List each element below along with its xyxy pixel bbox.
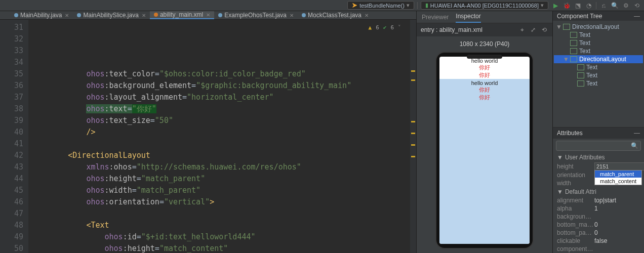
suggest-item[interactable]: match_content bbox=[595, 178, 641, 185]
attr-row[interactable]: background… bbox=[553, 213, 644, 221]
expand-icon[interactable] bbox=[570, 64, 575, 71]
expand-icon[interactable]: ▼ bbox=[556, 23, 561, 30]
file-icon bbox=[77, 13, 81, 17]
chevron-down-icon: ˅ bbox=[398, 22, 401, 33]
attr-value: false bbox=[594, 237, 640, 244]
tree-node-label: Text bbox=[579, 48, 590, 55]
tab-inspector[interactable]: Inspector bbox=[456, 13, 480, 23]
preview-block-2: hello world 你好 你好 bbox=[439, 79, 530, 244]
attr-value: 1 bbox=[594, 205, 640, 212]
code[interactable]: ▲6 ✔6 ˅ ohos:text_color="$ohos:color:id_… bbox=[28, 20, 416, 253]
right-panel: Component Tree — ▼DirectionalLayout Text… bbox=[553, 11, 644, 253]
group-user[interactable]: ▼User Attributes bbox=[553, 153, 644, 162]
suggest-item[interactable]: match_parent bbox=[595, 171, 641, 178]
tab-previewer[interactable]: Previewer bbox=[422, 14, 449, 23]
settings-button[interactable]: ⚙ bbox=[622, 2, 630, 10]
coverage-button[interactable]: ⬔ bbox=[574, 2, 582, 10]
tree-node[interactable]: Text bbox=[554, 39, 643, 47]
expand-icon[interactable]: ▼ bbox=[563, 56, 568, 63]
refresh-icon[interactable]: ⟲ bbox=[540, 26, 548, 34]
marker-bar[interactable] bbox=[410, 20, 416, 253]
close-icon[interactable]: ✕ bbox=[290, 13, 294, 18]
tree-node[interactable]: Text bbox=[554, 63, 643, 71]
attr-row[interactable]: heightmatch_parentmatch_content bbox=[553, 162, 644, 171]
group-default[interactable]: ▼Default Attri bbox=[553, 187, 644, 196]
tree-node[interactable]: Text bbox=[554, 79, 643, 88]
phone-icon: ▮ bbox=[425, 2, 428, 9]
debug-button[interactable]: 🐞 bbox=[562, 2, 571, 10]
attributes-search-input[interactable] bbox=[558, 143, 631, 149]
attr-value-input[interactable] bbox=[594, 162, 644, 171]
inspection-bar[interactable]: ▲6 ✔6 ˅ bbox=[369, 22, 401, 33]
run-configuration[interactable]: ⮞ testBundleName() ▾ bbox=[347, 1, 414, 10]
expand-icon[interactable] bbox=[563, 31, 568, 38]
expand-icon[interactable] bbox=[563, 39, 568, 47]
preview-dimensions: 1080 x 2340 (P40) bbox=[460, 40, 510, 48]
tree-node-label: Text bbox=[586, 64, 597, 71]
tree-node[interactable]: ▼DirectionalLayout bbox=[554, 23, 643, 31]
close-icon[interactable]: ✕ bbox=[142, 13, 146, 18]
code-completion[interactable]: match_parentmatch_content bbox=[594, 170, 642, 185]
search-button[interactable]: 🔍 bbox=[611, 2, 619, 10]
run-button[interactable]: ▶ bbox=[551, 2, 559, 10]
attr-row[interactable]: bottom_pad…0 bbox=[553, 229, 644, 237]
locate-icon[interactable]: ⌖ bbox=[518, 26, 526, 34]
attr-key: bottom_pad… bbox=[557, 229, 594, 236]
profile-button[interactable]: ◔ bbox=[585, 2, 593, 10]
editor-tab[interactable]: MainAbility.java✕ bbox=[10, 11, 73, 19]
tab-label: ExampleOhosTest.java bbox=[224, 12, 287, 19]
editor-tab[interactable]: ExampleOhosTest.java✕ bbox=[214, 11, 298, 19]
expand-icon[interactable] bbox=[570, 72, 575, 79]
preview-text: hello world bbox=[439, 80, 530, 86]
tab-label: ability_main.xml bbox=[160, 11, 203, 18]
chevron-down-icon: ▼ bbox=[557, 154, 563, 161]
component-tree[interactable]: ▼DirectionalLayout Text Text Text▼Direct… bbox=[553, 21, 644, 127]
device-selector[interactable]: ▮ HUAWEI ANA-AN00 [EDG0119C11000068] ▾ bbox=[421, 1, 548, 10]
component-icon bbox=[577, 80, 584, 87]
editor-tab[interactable]: MainAbilitySlice.java✕ bbox=[73, 11, 149, 19]
device-screen[interactable]: hello world 你好 你好 hello world 你好 你好 bbox=[439, 57, 530, 244]
preview-text: 你好 bbox=[439, 71, 530, 79]
attr-key: bottom_mar… bbox=[557, 221, 594, 228]
tree-node[interactable]: Text bbox=[554, 31, 643, 39]
attr-row[interactable]: alignmenttop|start bbox=[553, 196, 644, 204]
preview-text: 你好 bbox=[439, 64, 530, 71]
sync-button[interactable]: ⟲ bbox=[633, 2, 641, 10]
tree-node[interactable]: Text bbox=[554, 47, 643, 55]
close-icon[interactable]: ✕ bbox=[365, 13, 369, 18]
attr-key: background… bbox=[557, 213, 594, 220]
minimize-icon[interactable]: — bbox=[634, 130, 640, 137]
editor-tab[interactable]: MockClassTest.java✕ bbox=[298, 11, 373, 19]
previewer-tabs: Previewer Inspector bbox=[417, 11, 552, 23]
attr-key: height bbox=[557, 163, 594, 170]
attr-key: orientation bbox=[557, 172, 594, 179]
close-icon[interactable]: ✕ bbox=[206, 12, 210, 18]
attr-row[interactable]: clickablefalse bbox=[553, 237, 644, 245]
previewer-pane: Previewer Inspector entry : ability_main… bbox=[416, 11, 553, 253]
component-icon bbox=[570, 40, 577, 46]
preview-text: hello world bbox=[439, 58, 530, 64]
attr-row[interactable]: bottom_mar…0 bbox=[553, 221, 644, 229]
attr-value: top|start bbox=[594, 197, 640, 204]
attr-row[interactable]: component_… bbox=[553, 245, 644, 253]
close-icon[interactable]: ✕ bbox=[65, 13, 69, 18]
attr-row[interactable]: alpha1 bbox=[553, 204, 644, 213]
file-icon bbox=[14, 13, 18, 17]
zoom-icon[interactable]: ⤢ bbox=[529, 26, 537, 34]
separator bbox=[417, 2, 418, 9]
code-area[interactable]: 3132333435363738394041424344454647484950… bbox=[0, 20, 416, 253]
attr-key: component_… bbox=[557, 245, 594, 252]
minimize-icon[interactable]: — bbox=[634, 13, 640, 20]
editor-tab[interactable]: ability_main.xml✕ bbox=[150, 11, 214, 19]
expand-icon[interactable] bbox=[563, 48, 568, 55]
search-icon: 🔍 bbox=[631, 142, 638, 149]
vcs-button[interactable]: ⎌ bbox=[599, 2, 608, 10]
file-icon bbox=[218, 13, 222, 17]
tree-node[interactable]: Text bbox=[554, 71, 643, 79]
tree-node[interactable]: ▼DirectionalLayout bbox=[554, 55, 643, 63]
attr-value: 0 bbox=[594, 221, 640, 228]
attributes-panel: Attributes — 🔍 ▼User Attributes heightma… bbox=[553, 127, 644, 253]
dropdown-icon: ▾ bbox=[541, 2, 544, 9]
expand-icon[interactable] bbox=[570, 80, 575, 87]
attributes-search[interactable]: 🔍 bbox=[556, 141, 641, 151]
